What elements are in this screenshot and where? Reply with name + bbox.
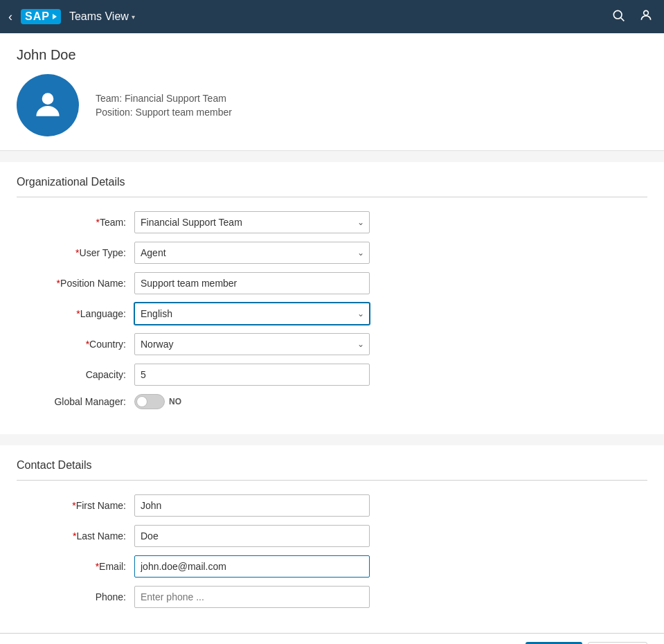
avatar [17,74,79,136]
contact-details-section: Contact Details *First Name: *Last Name:… [0,445,664,633]
profile-position: Position: Support team member [96,107,232,118]
sap-logo-text: SAP [25,10,50,23]
sap-logo-triangle-icon [53,14,57,19]
email-input[interactable] [134,555,370,578]
language-select[interactable]: English [134,303,370,325]
profile-meta: Team: Financial Support Team Position: S… [96,93,232,118]
org-section-divider [17,197,647,197]
team-select[interactable]: Financial Support Team [134,211,370,233]
footer: Create Cancel [0,633,664,644]
phone-label: Phone: [17,591,134,602]
back-button[interactable]: ‹ [8,10,12,24]
sap-logo: SAP [21,9,61,24]
last-name-field-row: *Last Name: [17,525,647,547]
first-name-label: *First Name: [17,500,134,511]
profile-info: Team: Financial Support Team Position: S… [17,74,647,136]
team-field-row: *Team: Financial Support Team ⌄ [17,211,647,233]
first-name-field-row: *First Name: [17,494,647,517]
svg-point-2 [644,10,649,15]
search-icon [611,8,625,22]
phone-field-row: Phone: [17,586,647,608]
global-manager-label: Global Manager: [17,396,134,407]
language-select-wrapper: English ⌄ [134,303,370,325]
team-label: *Team: [17,217,134,228]
avatar-person-icon [30,87,65,124]
global-manager-field-row: Global Manager: NO [17,394,647,409]
position-name-field-row: *Position Name: [17,272,647,294]
capacity-field-row: Capacity: [17,364,647,386]
toggle-no-label: NO [169,397,181,406]
user-type-label: *User Type: [17,247,134,258]
org-section-title: Organizational Details [17,176,647,188]
position-name-input[interactable] [134,272,370,294]
user-icon [639,8,653,22]
team-select-wrapper: Financial Support Team ⌄ [134,211,370,233]
country-label: *Country: [17,339,134,350]
app-header: ‹ SAP Teams View ▾ [0,0,664,33]
contact-section-title: Contact Details [17,459,647,472]
contact-section-divider [17,480,647,481]
search-button[interactable] [609,6,628,28]
language-field-row: *Language: English ⌄ [17,303,647,325]
phone-input[interactable] [134,586,370,608]
user-type-select[interactable]: Agent [134,242,370,264]
svg-point-3 [42,93,54,105]
content-area: John Doe Team: Financial Support Team Po… [0,33,664,633]
app-title-text: Teams View [69,10,129,23]
user-type-field-row: *User Type: Agent ⌄ [17,242,647,264]
profile-name: John Doe [17,47,647,63]
capacity-input[interactable] [134,364,370,386]
language-label: *Language: [17,308,134,319]
last-name-input[interactable] [134,525,370,547]
global-manager-toggle-wrapper: NO [134,394,181,409]
position-name-label: *Position Name: [17,278,134,289]
toggle-knob [136,396,147,407]
email-label: *Email: [17,561,134,572]
svg-point-0 [613,10,622,19]
user-profile-button[interactable] [636,6,656,28]
title-dropdown-icon[interactable]: ▾ [132,13,135,21]
country-select[interactable]: Norway [134,333,370,355]
global-manager-toggle[interactable] [134,394,165,409]
profile-section: John Doe Team: Financial Support Team Po… [0,33,664,151]
user-type-select-wrapper: Agent ⌄ [134,242,370,264]
country-field-row: *Country: Norway ⌄ [17,333,647,355]
capacity-label: Capacity: [17,369,134,380]
last-name-label: *Last Name: [17,530,134,542]
email-field-row: *Email: [17,555,647,578]
org-details-section: Organizational Details *Team: Financial … [0,162,664,434]
profile-team: Team: Financial Support Team [96,93,232,104]
first-name-input[interactable] [134,494,370,517]
svg-line-1 [621,17,625,21]
app-title: Teams View ▾ [69,10,135,23]
country-select-wrapper: Norway ⌄ [134,333,370,355]
